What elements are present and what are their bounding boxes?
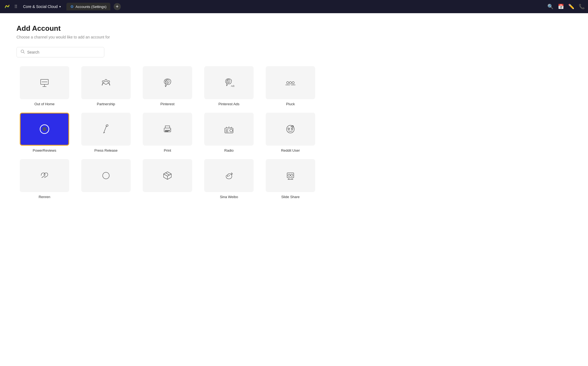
chevron-down-icon: ▾ [59, 5, 61, 9]
main-content: Add Account Choose a channel you would l… [0, 13, 588, 210]
channel-card-pinterest[interactable]: Pinterest [139, 66, 195, 106]
svg-text:Ads: Ads [231, 85, 234, 87]
channel-card-radio[interactable]: Radio [201, 113, 257, 152]
svg-point-49 [288, 174, 290, 176]
svg-point-9 [108, 81, 110, 83]
svg-point-39 [288, 128, 289, 129]
channel-card-sina-weibo[interactable]: Sina Weibo [201, 159, 257, 199]
svg-point-50 [291, 174, 293, 176]
unknown1-icon-box [81, 159, 131, 192]
out-of-home-icon-box [20, 66, 69, 99]
topnav-right-actions: 🔍 📅 ✏️ 📞 [547, 4, 585, 10]
svg-text:®: ® [43, 126, 46, 132]
sina-weibo-icon-box [204, 159, 254, 192]
sina-weibo-label: Sina Weibo [220, 195, 238, 199]
svg-line-18 [104, 126, 107, 131]
svg-rect-25 [170, 129, 171, 130]
slide-share-icon-box [266, 159, 315, 192]
power-reviews-icon-box: ® [20, 113, 69, 146]
unknown2-icon-box [143, 159, 192, 192]
phone-icon[interactable]: 📞 [579, 4, 585, 10]
power-reviews-label: PowerReviews [33, 148, 56, 152]
print-label: Print [164, 148, 171, 152]
grid-icon[interactable]: ⠿ [13, 3, 19, 10]
pinterest-ads-label: Pinterest Ads [219, 102, 240, 106]
channel-card-partnership[interactable]: Partnership [78, 66, 134, 106]
renren-label: Renren [39, 195, 51, 199]
svg-point-46 [227, 176, 228, 177]
svg-point-40 [292, 128, 293, 129]
svg-point-41 [103, 172, 109, 179]
partnership-icon-box [81, 66, 131, 99]
svg-point-32 [287, 125, 294, 133]
renren-icon-box [20, 159, 69, 192]
pinterest-icon-box [143, 66, 192, 99]
channel-card-renren[interactable]: Renren [16, 159, 72, 199]
calendar-icon[interactable]: 📅 [558, 4, 564, 10]
svg-line-2 [24, 52, 25, 54]
svg-rect-23 [165, 130, 170, 131]
svg-point-8 [102, 81, 104, 83]
press-release-label: Press Release [94, 148, 118, 152]
channel-card-print[interactable]: Print [139, 113, 195, 152]
channel-card-power-reviews[interactable]: ® PowerReviews [16, 113, 72, 152]
channel-card-press-release[interactable]: Press Release [78, 113, 134, 152]
pluck-icon-box [266, 66, 315, 99]
pinterest-ads-icon-box: Ads [204, 66, 254, 99]
channel-card-unknown1[interactable] [78, 159, 134, 199]
search-icon[interactable]: 🔍 [547, 4, 553, 10]
svg-rect-24 [165, 131, 168, 132]
pluck-label: Pluck [286, 102, 295, 106]
svg-point-47 [229, 175, 230, 176]
partnership-label: Partnership [97, 102, 115, 106]
new-tab-button[interactable]: + [114, 3, 121, 10]
svg-point-27 [230, 129, 233, 132]
radio-label: Radio [224, 148, 234, 152]
channel-card-pinterest-ads[interactable]: Ads Pinterest Ads [201, 66, 257, 106]
press-release-icon-box [81, 113, 131, 146]
svg-line-42 [164, 174, 167, 176]
app-name-button[interactable]: Core & Social Cloud ▾ [21, 3, 63, 10]
svg-line-45 [166, 173, 169, 175]
slide-share-label: Slide Share [281, 195, 299, 199]
svg-point-11 [287, 82, 289, 84]
pinterest-label: Pinterest [160, 102, 174, 106]
search-bar[interactable] [16, 47, 104, 57]
svg-rect-26 [225, 128, 233, 133]
channel-card-unknown2[interactable] [139, 159, 195, 199]
top-navigation: ⠿ Core & Social Cloud ▾ ⚙ Accounts (Sett… [0, 0, 588, 13]
edit-icon[interactable]: ✏️ [568, 4, 574, 10]
reddit-user-icon-box [266, 113, 315, 146]
out-of-home-label: Out of Home [34, 102, 55, 106]
channel-card-slide-share[interactable]: Slide Share [262, 159, 318, 199]
print-icon-box [143, 113, 192, 146]
radio-icon-box [204, 113, 254, 146]
channel-grid: Out of Home Partnership [16, 66, 318, 199]
accounts-settings-tab[interactable]: ⚙ Accounts (Settings) [66, 3, 110, 10]
page-subtitle: Choose a channel you would like to add a… [16, 35, 572, 39]
app-logo [3, 3, 11, 10]
channel-card-pluck[interactable]: Pluck [262, 66, 318, 106]
page-title: Add Account [16, 24, 572, 33]
svg-point-7 [105, 79, 107, 82]
svg-point-19 [106, 124, 108, 127]
channel-card-out-of-home[interactable]: Out of Home [16, 66, 72, 106]
channel-card-reddit-user[interactable]: Reddit User [262, 113, 318, 152]
search-icon [21, 49, 25, 55]
reddit-user-label: Reddit User [281, 148, 300, 152]
svg-point-13 [292, 82, 294, 84]
svg-line-21 [103, 132, 105, 133]
svg-point-12 [289, 82, 292, 84]
search-input[interactable] [27, 50, 100, 54]
settings-gear-icon: ⚙ [70, 4, 74, 9]
